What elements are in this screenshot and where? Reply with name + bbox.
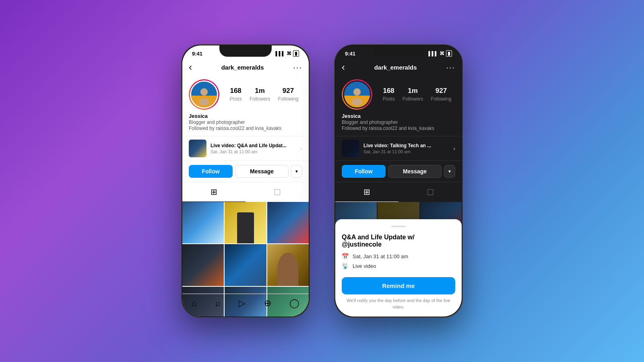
following-count-1: 927 (278, 87, 299, 95)
dropdown-button-2[interactable]: ▾ (444, 165, 455, 178)
tab-tagged-2[interactable]: ☐ (398, 182, 462, 202)
followers-count-2: 1m (402, 87, 423, 95)
tagged-icon-1: ☐ (274, 187, 281, 197)
photo-4[interactable] (182, 244, 224, 286)
posts-label-2: Posts (383, 96, 395, 102)
avatar-ring-1 (189, 79, 219, 110)
phones-container: 9:41 ▌▌▌ ⌘ ▮ ‹ dark_emeralds ··· (181, 44, 463, 318)
avatar-ring-2 (342, 79, 372, 110)
status-icons-1: ▌▌▌ ⌘ ▮ (276, 50, 299, 57)
back-button-2[interactable]: ‹ (342, 62, 345, 73)
photo-5[interactable] (225, 244, 266, 286)
live-thumb-2 (342, 140, 359, 157)
stats-row-2: 168 Posts 1m Followers 927 Following (379, 87, 455, 102)
status-time-2: 9:41 (345, 51, 355, 57)
nav-home-1[interactable]: ⌂ (192, 298, 197, 309)
follow-button-2[interactable]: Follow (342, 165, 386, 178)
phone-1-screen: 9:41 ▌▌▌ ⌘ ▮ ‹ dark_emeralds ··· (182, 45, 309, 317)
live-chevron-2: › (453, 145, 455, 152)
tab-tagged-1[interactable]: ☐ (246, 182, 309, 202)
sheet-type-row: 📡 Live video (342, 263, 455, 269)
bottom-sheet: Q&A and Life Update w/ @justinecole 📅 Sa… (335, 219, 462, 317)
nav-shop-1[interactable]: ⊕ (264, 298, 271, 309)
signal-icon-1: ▌▌▌ (276, 51, 285, 56)
stat-followers-1: 1m Followers (250, 87, 270, 102)
live-icon: 📡 (342, 263, 349, 269)
phone-2-screen: 9:41 ▌▌▌ ⌘ ▮ ‹ dark_emeralds ··· (335, 45, 462, 317)
more-button-1[interactable]: ··· (293, 63, 302, 72)
posts-count-1: 168 (230, 87, 242, 95)
posts-count-2: 168 (383, 87, 395, 95)
bio-followed-2: Followed by raissa.cool22 and kvia_kavak… (342, 125, 455, 131)
more-button-2[interactable]: ··· (446, 63, 455, 72)
live-info-1: Live video: Q&A and Life Updat... Sat, J… (211, 143, 296, 154)
tab-grid-2[interactable]: ⊞ (335, 182, 398, 202)
post-tabs-1: ⊞ ☐ (182, 182, 309, 202)
svg-point-7 (353, 88, 361, 95)
photo-2[interactable] (225, 202, 266, 243)
svg-point-3 (200, 88, 208, 95)
profile-top-1: 168 Posts 1m Followers 927 Following (189, 79, 302, 110)
username-2: dark_emeralds (374, 64, 417, 71)
status-time-1: 9:41 (192, 51, 202, 57)
notch-1 (219, 45, 272, 57)
live-title-2: Live video: Talking Tech an ... (363, 143, 449, 148)
profile-section-1: 168 Posts 1m Followers 927 Following (182, 76, 309, 136)
followers-count-1: 1m (250, 87, 270, 95)
action-buttons-1: Follow Message ▾ (182, 161, 309, 182)
post-tabs-2: ⊞ ☐ (335, 182, 462, 202)
stat-posts-1: 168 Posts (230, 87, 242, 102)
live-date-1: Sat, Jan 31 at 11:00 am (211, 149, 296, 154)
grid-icon-2: ⊞ (363, 187, 370, 197)
live-banner-1[interactable]: Live video: Q&A and Life Updat... Sat, J… (182, 136, 309, 161)
calendar-icon: 📅 (342, 253, 349, 259)
phone-1-frame: 9:41 ▌▌▌ ⌘ ▮ ‹ dark_emeralds ··· (181, 44, 310, 318)
sheet-title: Q&A and Life Update w/ @justinecole (342, 234, 455, 248)
nav-header-1: ‹ dark_emeralds ··· (182, 58, 309, 76)
tagged-icon-2: ☐ (427, 187, 434, 197)
live-chevron-1: › (300, 145, 302, 152)
nav-search-1[interactable]: ⌕ (215, 298, 221, 309)
stat-following-1: 927 Following (278, 87, 299, 102)
photo-6[interactable] (267, 244, 309, 286)
remind-me-button[interactable]: Remind me (342, 277, 455, 294)
svg-point-8 (352, 98, 362, 105)
photo-1[interactable] (182, 202, 224, 243)
followers-label-1: Followers (250, 96, 270, 102)
phone-2-frame: 9:41 ▌▌▌ ⌘ ▮ ‹ dark_emeralds ··· (334, 44, 463, 318)
stat-posts-2: 168 Posts (383, 87, 395, 102)
tab-grid-1[interactable]: ⊞ (182, 182, 246, 202)
sheet-date: Sat, Jan 31 at 11:00 am (353, 253, 408, 259)
sheet-date-row: 📅 Sat, Jan 31 at 11:00 am (342, 253, 455, 259)
posts-label-1: Posts (230, 96, 242, 102)
sheet-type: Live video (353, 263, 376, 269)
stats-row-1: 168 Posts 1m Followers 927 Following (226, 87, 302, 102)
message-button-1[interactable]: Message (235, 165, 289, 178)
follow-button-1[interactable]: Follow (189, 165, 233, 178)
following-label-2: Following (431, 96, 452, 102)
phone-2: 9:41 ▌▌▌ ⌘ ▮ ‹ dark_emeralds ··· (334, 44, 463, 318)
live-thumb-img-2 (342, 140, 359, 157)
back-button-1[interactable]: ‹ (189, 62, 192, 73)
nav-header-2: ‹ dark_emeralds ··· (335, 58, 462, 76)
phone-1: 9:41 ▌▌▌ ⌘ ▮ ‹ dark_emeralds ··· (181, 44, 310, 318)
wifi-icon-1: ⌘ (287, 51, 291, 56)
status-icons-2: ▌▌▌ ⌘ ▮ (429, 50, 452, 57)
grid-icon-1: ⊞ (211, 187, 217, 197)
live-banner-2[interactable]: Live video: Talking Tech an ... Sat, Jan… (335, 136, 462, 161)
nav-profile-1[interactable]: ◯ (289, 298, 299, 309)
photo-3[interactable] (267, 202, 309, 243)
avatar-1 (190, 80, 218, 109)
notch-2 (372, 45, 425, 57)
sheet-handle (391, 226, 406, 227)
battery-icon-2: ▮ (446, 50, 452, 57)
bio-followed-1: Followed by raissa.cool22 and kvia_kavak… (189, 125, 302, 131)
bio-text-2: Blogger and photographer (342, 119, 455, 125)
followers-label-2: Followers (402, 96, 423, 102)
avatar-2 (343, 80, 371, 109)
nav-reels-1[interactable]: ▷ (239, 298, 246, 309)
message-button-2[interactable]: Message (388, 165, 442, 178)
dropdown-button-1[interactable]: ▾ (291, 165, 302, 178)
live-title-1: Live video: Q&A and Life Updat... (211, 143, 296, 148)
following-count-2: 927 (431, 87, 452, 95)
